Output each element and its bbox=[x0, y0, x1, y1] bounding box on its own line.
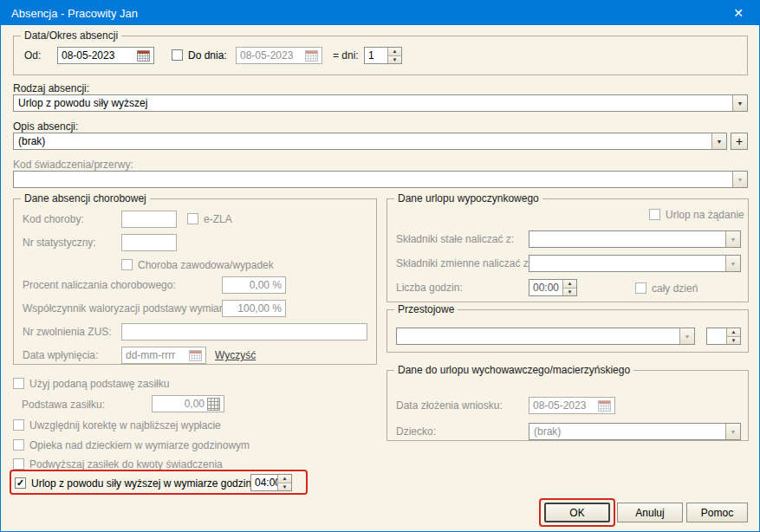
sila-wyzsza-checkbox[interactable]: ✓ bbox=[15, 477, 26, 489]
ok-button[interactable]: OK bbox=[544, 503, 610, 522]
podwyzszaj-label: Podwyższaj zasiłek do kwoty świadczenia bbox=[29, 458, 223, 470]
choroba-zawodowa-checkbox bbox=[121, 259, 133, 270]
skladniki-stale-label: Składniki stałe naliczać z: bbox=[396, 233, 514, 245]
dziecko-dropdown: (brak) ▼ bbox=[529, 423, 741, 440]
nr-zwolnienia-input bbox=[121, 323, 367, 341]
rodzaj-dropdown[interactable]: Urlop z powodu siły wyższej ▼ bbox=[13, 94, 748, 112]
liczba-godzin-label: Liczba godzin: bbox=[396, 282, 463, 294]
opieka-checkbox bbox=[13, 439, 24, 451]
na-zadanie-checkbox-row: Urlop na żądanie bbox=[649, 208, 744, 221]
chorobowa-group-legend: Dane absencji chorobowej bbox=[21, 192, 150, 204]
calendar-icon bbox=[598, 400, 611, 412]
absence-dialog: Absencja - Pracowity Jan ✕ Data/Okres ab… bbox=[0, 0, 760, 532]
kod-swiadczenia-label: Kod świadczenia/przerwy: bbox=[13, 159, 133, 171]
wypoczynkowy-group-legend: Dane urlopu wypoczynkowego bbox=[394, 192, 542, 204]
do-dnia-date-input: 08-05-2023 bbox=[236, 47, 322, 64]
wychowawczy-group: Dane do urlopu wychowawczego/macierzyńsk… bbox=[386, 370, 749, 441]
chevron-down-icon[interactable]: ▼ bbox=[732, 95, 747, 111]
przestojowe-hours-stepper[interactable]: ▲ ▼ bbox=[706, 328, 741, 345]
opieka-checkbox-row: Opieka nad dzieckiem w wymiarze godzinow… bbox=[13, 438, 250, 451]
pomoc-button[interactable]: Pomoc bbox=[686, 503, 748, 522]
calculator-icon bbox=[207, 398, 220, 411]
wyczysc-link[interactable]: Wyczyść bbox=[215, 349, 256, 361]
nr-statystyczny-input bbox=[121, 234, 177, 251]
spin-down-icon[interactable]: ▼ bbox=[388, 56, 401, 64]
korekta-checkbox bbox=[13, 419, 24, 431]
procent-label: Procent naliczania chorobowego: bbox=[23, 279, 176, 291]
chevron-down-icon: ▼ bbox=[732, 172, 747, 187]
korekta-checkbox-row: Uwzględnij korektę w najbliższej wypłaci… bbox=[13, 418, 221, 431]
procent-input: 0,00 % bbox=[222, 276, 286, 294]
sila-wyzsza-label: Urlop z powodu siły wyższej w wymiarze g… bbox=[31, 477, 278, 490]
close-icon[interactable]: ✕ bbox=[724, 1, 752, 25]
spinner[interactable]: ▲ ▼ bbox=[726, 328, 740, 344]
period-group-legend: Data/Okres absencji bbox=[21, 29, 121, 42]
choroba-zawodowa-checkbox-row: Choroba zawodowa/wypadek bbox=[121, 258, 274, 271]
check-icon: ✓ bbox=[16, 477, 24, 489]
dni-stepper[interactable]: 1 ▲ ▼ bbox=[364, 47, 402, 64]
podstawa-input: 0,00 bbox=[152, 395, 224, 412]
caly-dzien-checkbox-row: cały dzień bbox=[635, 282, 698, 295]
uzyj-podstawe-label: Użyj podaną podstawę zasiłku bbox=[29, 378, 169, 390]
na-zadanie-label: Urlop na żądanie bbox=[666, 209, 744, 221]
add-opis-button[interactable]: + bbox=[731, 133, 748, 150]
kod-choroby-label: Kod choroby: bbox=[23, 213, 84, 225]
od-label: Od: bbox=[24, 49, 41, 62]
spin-down-icon[interactable]: ▼ bbox=[278, 483, 291, 491]
spin-up-icon[interactable]: ▲ bbox=[563, 280, 576, 289]
anuluj-button[interactable]: Anuluj bbox=[617, 503, 683, 522]
do-dnia-checkbox-row: Do dnia: bbox=[172, 49, 227, 62]
calendar-icon bbox=[189, 350, 202, 361]
od-date-input[interactable]: 08-05-2023 bbox=[57, 47, 154, 64]
do-dnia-label: Do dnia: bbox=[188, 49, 227, 62]
spin-up-icon[interactable]: ▲ bbox=[727, 328, 740, 337]
liczba-godzin-stepper[interactable]: 00:00 ▲ ▼ bbox=[529, 279, 577, 296]
wychowawczy-group-legend: Dane do urlopu wychowawczego/macierzyńsk… bbox=[394, 364, 633, 376]
wspolczynnik-input: 100,00 % bbox=[222, 300, 286, 317]
do-dnia-checkbox[interactable] bbox=[172, 49, 183, 61]
kod-swiadczenia-dropdown: ▼ bbox=[13, 171, 748, 188]
window-title: Absencja - Pracowity Jan bbox=[11, 7, 138, 20]
chevron-down-icon: ▼ bbox=[725, 424, 740, 439]
spinner[interactable]: ▲ ▼ bbox=[277, 475, 291, 490]
nr-statystyczny-label: Nr statystyczny: bbox=[23, 237, 96, 249]
korekta-label: Uwzględnij korektę w najbliższej wypłaci… bbox=[29, 419, 221, 431]
chorobowa-group: Dane absencji chorobowej Kod choroby: e-… bbox=[13, 198, 377, 365]
chevron-down-icon: ▼ bbox=[679, 328, 694, 344]
spin-up-icon[interactable]: ▲ bbox=[388, 48, 401, 56]
data-wplyniecia-input: dd-mm-rrrr bbox=[121, 347, 206, 364]
choroba-zawodowa-label: Choroba zawodowa/wypadek bbox=[138, 259, 274, 271]
nr-zwolnienia-label: Nr zwolnienia ZUS: bbox=[23, 326, 112, 338]
uzyj-podstawe-checkbox-row: Użyj podaną podstawę zasiłku bbox=[13, 377, 169, 390]
period-group: Data/Okres absencji Od: 08-05-2023 Do dn… bbox=[13, 36, 748, 75]
podstawa-label: Podstawa zasiłku: bbox=[22, 399, 105, 411]
ezla-checkbox bbox=[187, 213, 198, 224]
wypoczynkowy-group: Dane urlopu wypoczynkowego Urlop na żąda… bbox=[386, 198, 749, 302]
spin-down-icon[interactable]: ▼ bbox=[563, 289, 576, 296]
dni-label: = dni: bbox=[333, 49, 359, 62]
skladniki-zmienne-dropdown: ▼ bbox=[529, 255, 741, 272]
spinner[interactable]: ▲ ▼ bbox=[562, 280, 576, 295]
przestojowe-group-legend: Przestojowe bbox=[394, 303, 458, 315]
caly-dzien-label: cały dzień bbox=[652, 282, 698, 295]
spin-up-icon[interactable]: ▲ bbox=[278, 475, 291, 483]
chevron-down-icon: ▼ bbox=[725, 256, 740, 271]
ezla-label: e-ZLA bbox=[204, 213, 232, 225]
rodzaj-label: Rodzaj absencji: bbox=[13, 82, 89, 94]
titlebar: Absencja - Pracowity Jan bbox=[1, 1, 759, 25]
sila-wyzsza-time-stepper[interactable]: 04:00 ▲ ▼ bbox=[250, 474, 292, 491]
spinner[interactable]: ▲ ▼ bbox=[387, 48, 401, 63]
data-wniosku-label: Data złożenia wniosku: bbox=[396, 399, 503, 412]
wspolczynnik-label: Współczynnik waloryzacji podstawy wymiar… bbox=[23, 302, 231, 315]
calendar-icon[interactable] bbox=[137, 50, 150, 62]
spin-down-icon[interactable]: ▼ bbox=[727, 337, 740, 345]
data-wniosku-input: 08-05-2023 bbox=[529, 397, 615, 414]
skladniki-stale-dropdown: ▼ bbox=[529, 230, 741, 248]
kod-choroby-input bbox=[121, 211, 177, 228]
sila-wyzsza-checkbox-row: ✓ Urlop z powodu siły wyższej w wymiarze… bbox=[15, 477, 278, 490]
chevron-down-icon[interactable]: ▼ bbox=[711, 133, 726, 149]
caly-dzien-checkbox bbox=[635, 282, 646, 294]
opis-dropdown[interactable]: (brak) ▼ bbox=[13, 133, 727, 150]
data-wplyniecia-label: Data wpłynięcia: bbox=[23, 349, 98, 361]
opis-label: Opis absencji: bbox=[13, 120, 78, 133]
